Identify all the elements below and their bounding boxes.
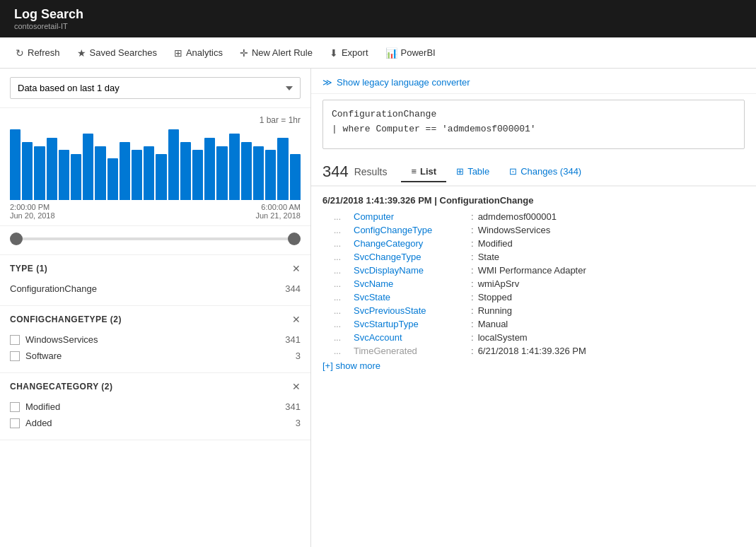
tab-list[interactable]: ≡ List [401, 162, 446, 182]
filter-changecategory-count-modified: 341 [285, 401, 301, 412]
field-key: SvcPreviousState [354, 305, 467, 316]
chart-bar [120, 142, 130, 200]
field-value: wmiApSrv [478, 278, 520, 289]
field-key[interactable]: SvcChangeType [354, 252, 467, 262]
filter-configchangetype-section: CONFIGCHANGETYPE (2) ✕ WindowsServices 3… [0, 306, 310, 373]
filter-configchangetype-title: CONFIGCHANGETYPE (2) [10, 314, 122, 324]
field-key[interactable]: SvcName [354, 278, 467, 289]
time-select[interactable]: Data based on last 1 day [10, 77, 301, 99]
filter-type-header: TYPE (1) ✕ [10, 264, 301, 274]
chart-bar [290, 154, 301, 200]
results-content: 6/21/2018 1:41:39.326 PM | Configuration… [311, 187, 756, 547]
filter-checkbox-added[interactable] [10, 418, 20, 428]
chart-bar [253, 146, 264, 200]
filter-type-title: TYPE (1) [10, 264, 47, 274]
new-alert-rule-button[interactable]: ✛ New Alert Rule [233, 43, 320, 63]
ellipsis: ... [334, 279, 348, 289]
analytics-button[interactable]: ⊞ Analytics [167, 43, 230, 63]
filter-changecategory-modified: Modified [25, 401, 60, 412]
chart-bar [10, 129, 21, 200]
results-header: 344 Results ≡ List ⊞ Table ⊡ Changes (34… [311, 158, 756, 187]
chart-bar [180, 142, 191, 200]
result-field: ...SvcDisplayName:WMI Performance Adapte… [322, 264, 745, 277]
chart-bar [229, 134, 240, 200]
ellipsis: ... [334, 239, 348, 249]
result-field: ...ConfigChangeType:WindowsServices [322, 223, 745, 237]
refresh-button[interactable]: ↻ Refresh [8, 43, 67, 63]
field-value: Modified [478, 238, 513, 249]
filter-checkbox-windowsservices[interactable] [10, 335, 20, 345]
legacy-language-converter-link[interactable]: ≫ Show legacy language converter [322, 77, 745, 88]
filter-configchangetype-count-software: 3 [296, 351, 301, 361]
field-value: localSystem [478, 332, 528, 343]
chart-bar [144, 146, 154, 200]
toolbar: ↻ Refresh ★ Saved Searches ⊞ Analytics ✛… [0, 37, 756, 69]
slider-area [0, 226, 310, 255]
chart-bar [192, 150, 203, 200]
field-value: 6/21/2018 1:41:39.326 PM [478, 346, 586, 356]
range-thumb-right[interactable] [288, 233, 301, 245]
field-value: Manual [478, 319, 508, 329]
chart-container [10, 129, 301, 200]
show-more-link[interactable]: [+] show more [322, 360, 745, 371]
ellipsis: ... [334, 333, 348, 343]
field-key[interactable]: ConfigChangeType [354, 225, 467, 235]
field-key[interactable]: SvcDisplayName [354, 265, 467, 276]
chart-bar [107, 158, 118, 200]
filter-configchangetype-item-software: Software 3 [10, 348, 301, 364]
chart-bar [241, 142, 252, 200]
tab-table[interactable]: ⊞ Table [446, 162, 499, 182]
ellipsis: ... [334, 306, 348, 316]
filter-type-close[interactable]: ✕ [292, 264, 301, 274]
filter-type-count: 344 [285, 283, 301, 294]
chart-bar [168, 129, 179, 200]
chart-bar [132, 150, 142, 200]
field-key[interactable]: SvcAccount [354, 332, 467, 343]
chart-bar [83, 134, 93, 200]
filter-checkbox-modified[interactable] [10, 402, 20, 412]
field-key[interactable]: ChangeCategory [354, 238, 467, 249]
powerbi-button[interactable]: 📊 PowerBI [378, 43, 443, 63]
filter-configchangetype-windowsservices: WindowsServices [25, 334, 98, 345]
ellipsis: ... [334, 266, 348, 276]
range-thumb-left[interactable] [10, 233, 23, 245]
filter-changecategory-header: CHANGECATEGORY (2) ✕ [10, 382, 301, 392]
field-key[interactable]: Computer [354, 211, 467, 222]
filter-changecategory-item-added: Added 3 [10, 415, 301, 431]
app-title: Log Search [14, 7, 742, 22]
result-field: ...Computer:admdemosf000001 [322, 210, 745, 223]
filter-changecategory-section: CHANGECATEGORY (2) ✕ Modified 341 Added … [0, 373, 310, 440]
star-icon: ★ [77, 47, 86, 59]
tab-changes[interactable]: ⊡ Changes (344) [499, 162, 591, 182]
right-panel: ≫ Show legacy language converter Configu… [311, 69, 756, 547]
chart-area: 1 bar = 1hr 2:00:00 PMJun 20, 2018 6:00:… [0, 108, 310, 226]
ellipsis: ... [334, 319, 348, 329]
saved-searches-button[interactable]: ★ Saved Searches [70, 43, 164, 63]
export-button[interactable]: ⬇ Export [322, 43, 376, 63]
filter-checkbox-software[interactable] [10, 351, 20, 361]
filter-type-item-configurationchange: ConfigurationChange 344 [10, 281, 301, 297]
filter-configchangetype-header: CONFIGCHANGETYPE (2) ✕ [10, 314, 301, 324]
main-layout: ‹ Data based on last 1 day 1 bar = 1hr 2… [0, 69, 756, 547]
list-icon: ≡ [411, 166, 417, 177]
ellipsis: ... [334, 252, 348, 262]
table-icon: ⊞ [456, 166, 464, 177]
chart-bar [47, 138, 57, 200]
query-box[interactable]: ConfigurationChange | where Computer == … [322, 100, 745, 149]
field-key[interactable]: SvcState [354, 292, 467, 302]
filter-configchangetype-close[interactable]: ✕ [292, 314, 301, 324]
field-value: WindowsServices [478, 225, 551, 235]
chart-bar [34, 146, 45, 200]
query-line1: ConfigurationChange [332, 107, 735, 122]
filter-changecategory-close[interactable]: ✕ [292, 382, 301, 392]
chart-label: 1 bar = 1hr [10, 115, 301, 125]
filter-changecategory-added: Added [25, 418, 52, 428]
result-field: ...SvcAccount:localSystem [322, 331, 745, 344]
chart-bar [59, 150, 69, 200]
collapse-handle[interactable]: ‹ [310, 295, 311, 324]
chart-bar [216, 146, 227, 200]
chart-xaxis-left: 2:00:00 PMJun 20, 2018 [10, 203, 55, 220]
chart-xaxis: 2:00:00 PMJun 20, 2018 6:00:00 AMJun 21,… [10, 203, 301, 220]
field-value: Stopped [478, 292, 512, 302]
chevron-down-icon: ≫ [322, 77, 332, 88]
